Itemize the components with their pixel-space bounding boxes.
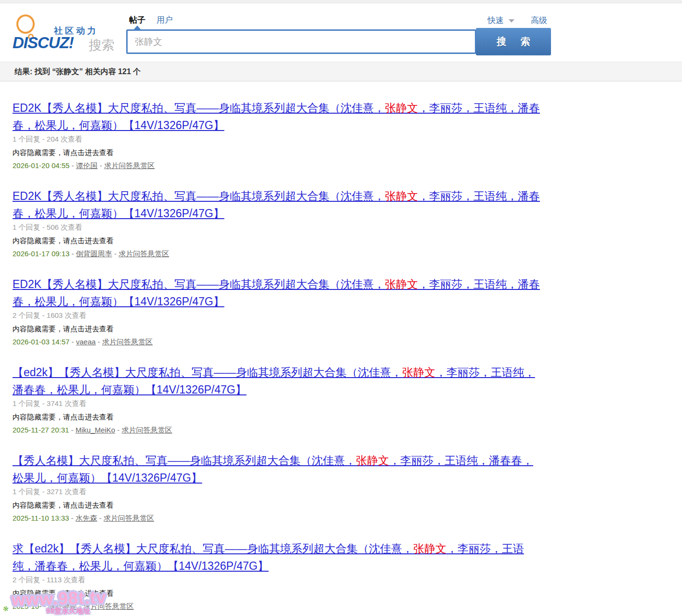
separator: - — [98, 161, 104, 170]
result-author-link[interactable]: 谭伦国 — [76, 161, 98, 170]
bubble-icon — [16, 14, 35, 34]
result-title-link[interactable]: ED2K【秀人名模】大尺度私拍、写真——身临其境系列超大合集（沈佳熹，张静文，李… — [13, 99, 562, 134]
result-dateline: 2025-10- - 随妤嘤嘤 - 求片问答悬赏区 — [13, 602, 562, 611]
separator: - — [112, 249, 118, 258]
quick-search-link[interactable]: 快速 — [487, 15, 504, 26]
title-text: 纯，潘春春，松果儿，何嘉颖）【14V/1326P/47G】 — [13, 560, 269, 572]
query-highlight: 张静文 — [385, 278, 418, 290]
result-title-link[interactable]: 求【ed2k】【秀人名模】大尺度私拍、写真——身临其境系列超大合集（沈佳熹，张静… — [13, 540, 562, 575]
result-reply-view-count: 1 个回复 - 3741 次查看 — [13, 399, 562, 408]
top-divider-strip — [0, 0, 682, 3]
result-forum-link[interactable]: 求片问答悬赏区 — [102, 338, 153, 346]
result-date: 2025-10- — [13, 602, 41, 610]
separator: - — [69, 426, 75, 434]
title-text: 【秀人名模】大尺度私拍、写真——身临其境系列超大合集（沈佳熹， — [13, 454, 356, 467]
tab-posts[interactable]: 帖子 — [129, 14, 145, 26]
logo-suffix-search: 搜索 — [89, 37, 115, 54]
title-text: 春，松果儿，何嘉颖）【14V/1326P/47G】 — [13, 207, 224, 220]
title-text: 春，松果儿，何嘉颖）【14V/1326P/47G】 — [13, 295, 224, 308]
result-hidden-note: 内容隐藏需要，请点击进去查看 — [13, 148, 562, 157]
result-date: 2025-11-27 20:31 — [13, 426, 69, 434]
result-date: 2026-01-17 09:13 — [13, 249, 69, 258]
result-reply-view-count: 1 个回复 - 204 次查看 — [13, 135, 562, 144]
result-hidden-note: 内容隐藏需要，请点击进去查看 — [13, 501, 562, 510]
title-text: ，李丽莎，王语 — [446, 542, 524, 555]
title-text: ，李丽莎，王语纯，潘春 — [418, 278, 540, 290]
result-reply-view-count: 1 个回复 - 3271 次查看 — [13, 487, 562, 496]
separator: - — [77, 602, 83, 610]
search-result-item: ED2K【秀人名模】大尺度私拍、写真——身临其境系列超大合集（沈佳熹，张静文，李… — [13, 187, 562, 258]
title-text: 春，松果儿，何嘉颖）【14V/1326P/47G】 — [13, 119, 224, 131]
separator: - — [115, 426, 121, 434]
search-result-item: 【ed2k】【秀人名模】大尺度私拍、写真——身临其境系列超大合集（沈佳熹，张静文… — [13, 364, 562, 434]
query-highlight: 张静文 — [402, 366, 435, 379]
result-author-link[interactable]: vaeaa — [76, 338, 96, 346]
separator: - — [96, 338, 102, 346]
result-hidden-note: 内容隐藏需要，请点击进去查看 — [13, 589, 562, 598]
search-result-item: ED2K【秀人名模】大尺度私拍、写真——身临其境系列超大合集（沈佳熹，张静文，李… — [13, 99, 562, 170]
title-text: 潘春春，松果儿，何嘉颖）【14V/1326P/47G】 — [13, 383, 247, 396]
result-forum-link[interactable]: 求片问答悬赏区 — [118, 249, 169, 258]
result-reply-view-count: 2 个回复 - 1113 次查看 — [13, 576, 562, 584]
result-reply-view-count: 2 个回复 - 1603 次查看 — [13, 311, 562, 320]
title-text: ED2K【秀人名模】大尺度私拍、写真——身临其境系列超大合集（沈佳熹， — [13, 102, 385, 114]
title-text: ED2K【秀人名模】大尺度私拍、写真——身临其境系列超大合集（沈佳熹， — [13, 190, 385, 202]
result-title-link[interactable]: ED2K【秀人名模】大尺度私拍、写真——身临其境系列超大合集（沈佳熹，张静文，李… — [13, 187, 562, 222]
result-title-link[interactable]: 【秀人名模】大尺度私拍、写真——身临其境系列超大合集（沈佳熹，张静文，李丽莎，王… — [13, 452, 562, 486]
separator: - — [69, 249, 76, 258]
result-dateline: 2026-01-17 09:13 - 倒背圆周率 - 求片问答悬赏区 — [13, 249, 562, 258]
result-forum-link[interactable]: 求片问答悬赏区 — [104, 514, 154, 522]
result-forum-link[interactable]: 求片问答悬赏区 — [83, 602, 134, 610]
result-author-link[interactable]: 随妤嘤嘤 — [48, 602, 77, 610]
result-author-link[interactable]: 水先森 — [76, 514, 97, 522]
chevron-down-icon — [509, 19, 514, 23]
title-text: 【ed2k】【秀人名模】大尺度私拍、写真——身临其境系列超大合集（沈佳熹， — [13, 366, 402, 379]
query-highlight: 张静文 — [385, 190, 418, 202]
result-hidden-note: 内容隐藏需要，请点击进去查看 — [13, 413, 562, 421]
result-dateline: 2026-01-20 04:55 - 谭伦国 - 求片问答悬赏区 — [13, 161, 562, 170]
result-title-link[interactable]: 【ed2k】【秀人名模】大尺度私拍、写真——身临其境系列超大合集（沈佳熹，张静文… — [13, 364, 562, 398]
sparkle-icon: ✻ — [2, 604, 9, 613]
search-input[interactable] — [126, 29, 476, 54]
result-author-link[interactable]: 倒背圆周率 — [76, 249, 112, 258]
query-highlight: 张静文 — [413, 542, 446, 555]
result-date: 2026-01-20 04:55 — [13, 161, 69, 170]
result-dateline: 2025-11-27 20:31 - Miku_MeiKo - 求片问答悬赏区 — [13, 426, 562, 434]
separator: - — [69, 514, 75, 522]
search-result-item: 求【ed2k】【秀人名模】大尺度私拍、写真——身临其境系列超大合集（沈佳熹，张静… — [13, 540, 562, 611]
result-forum-link[interactable]: 求片问答悬赏区 — [122, 426, 172, 434]
result-date: 2026-01-03 14:57 — [13, 338, 69, 346]
search-button[interactable]: 搜 索 — [476, 28, 551, 55]
search-header: 社区动力 DISCUZ! 搜索 帖子 用户 搜 索 快速 高级 — [0, 4, 682, 62]
title-text: ED2K【秀人名模】大尺度私拍、写真——身临其境系列超大合集（沈佳熹， — [13, 278, 385, 290]
search-result-item: 【秀人名模】大尺度私拍、写真——身临其境系列超大合集（沈佳熹，张静文，李丽莎，王… — [13, 452, 562, 523]
advanced-search-link[interactable]: 高级 — [531, 15, 547, 26]
title-text: ，李丽莎，王语纯，潘春春， — [389, 454, 533, 467]
result-author-link[interactable]: Miku_MeiKo — [76, 426, 116, 434]
separator: - — [41, 602, 48, 610]
search-results-list: ED2K【秀人名模】大尺度私拍、写真——身临其境系列超大合集（沈佳熹，张静文，李… — [13, 81, 562, 616]
logo-brand: DISCUZ! — [13, 34, 74, 52]
result-date: 2025-11-10 13:33 — [13, 514, 69, 522]
separator: - — [69, 161, 76, 170]
result-dateline: 2026-01-03 14:57 - vaeaa - 求片问答悬赏区 — [13, 338, 562, 346]
separator: - — [97, 514, 104, 522]
title-text: ，李丽莎，王语纯，潘春 — [418, 190, 540, 202]
result-reply-view-count: 1 个回复 - 506 次查看 — [13, 223, 562, 232]
title-text: 求【ed2k】【秀人名模】大尺度私拍、写真——身临其境系列超大合集（沈佳熹， — [13, 542, 413, 555]
result-title-link[interactable]: ED2K【秀人名模】大尺度私拍、写真——身临其境系列超大合集（沈佳熹，张静文，李… — [13, 275, 562, 310]
title-text: ，李丽莎，王语纯， — [435, 366, 535, 379]
results-summary-bar: 结果: 找到 “张静文” 相关内容 121 个 — [0, 62, 682, 81]
result-forum-link[interactable]: 求片问答悬赏区 — [104, 161, 155, 170]
title-text: ，李丽莎，王语纯，潘春 — [418, 102, 540, 114]
search-result-item: ED2K【秀人名模】大尺度私拍、写真——身临其境系列超大合集（沈佳熹，张静文，李… — [13, 275, 562, 346]
discuz-logo: 社区动力 DISCUZ! 搜索 — [0, 4, 125, 62]
separator: - — [69, 338, 76, 346]
result-hidden-note: 内容隐藏需要，请点击进去查看 — [13, 236, 562, 245]
result-dateline: 2025-11-10 13:33 - 水先森 - 求片问答悬赏区 — [13, 514, 562, 523]
title-text: 松果儿，何嘉颖）【14V/1326P/47G】 — [13, 472, 202, 484]
query-highlight: 张静文 — [356, 454, 389, 467]
query-highlight: 张静文 — [385, 102, 418, 114]
result-hidden-note: 内容隐藏需要，请点击进去查看 — [13, 325, 562, 333]
tab-users[interactable]: 用户 — [157, 14, 173, 26]
